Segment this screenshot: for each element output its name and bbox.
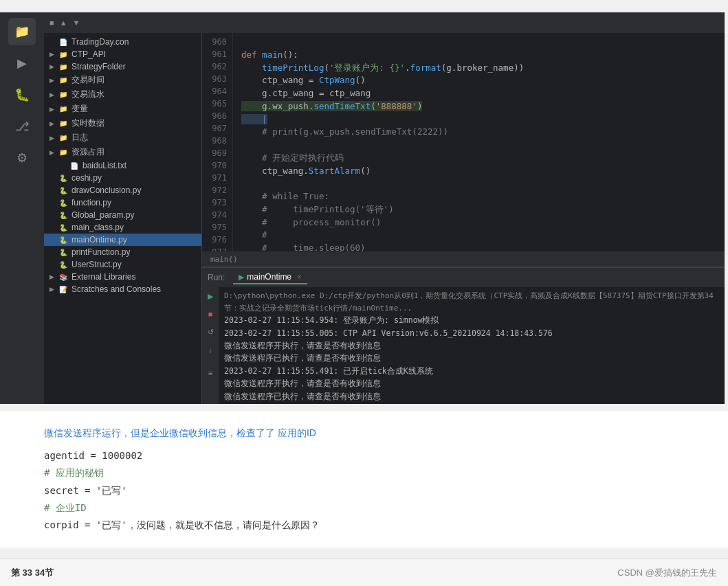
tree-item-external-libs[interactable]: ▶ 📚 External Libraries	[44, 271, 201, 283]
tree-item-function[interactable]: 🐍 function.py	[44, 196, 201, 209]
tree-item-realtime[interactable]: ▶ 📁 实时数据	[44, 116, 201, 131]
tree-item-baidulist[interactable]: 📄 baiduList.txt	[44, 159, 201, 172]
file-tree: 📄 TradingDay.con ▶ 📁 CTP_API ▶ 📁 Strateg…	[44, 33, 202, 404]
tree-item-strategy[interactable]: ▶ 📁 StrategyFolder	[44, 60, 201, 73]
run-output: D:\python\python.exe D:/ctp开发/python从0到1…	[219, 287, 725, 404]
comment-section: 微信发送程序运行，但是企业微信收到信息，检查了了 应用的ID agentid =…	[0, 411, 728, 548]
tree-item-main-class[interactable]: 🐍 main_class.py	[44, 221, 201, 234]
run-output-line-4: 微信发送程序已执行，请查是否有收到信息	[224, 352, 719, 364]
run-rerun-btn[interactable]: ↺	[204, 326, 217, 338]
bottom-credit: CSDN @爱搞钱的王先生	[617, 567, 717, 579]
ide-main: 📄 TradingDay.con ▶ 📁 CTP_API ▶ 📁 Strateg…	[44, 33, 725, 404]
git-icon[interactable]: ⎇	[8, 113, 36, 140]
ide-toolbar: ■ ▲ ▼	[44, 12, 725, 33]
tree-item-variables[interactable]: ▶ 📁 变量	[44, 102, 201, 116]
run-tab-mainontime[interactable]: ▶ mainOntime ×	[233, 271, 307, 284]
run-content: ▶ ■ ↺ ↓ ≡ D:\python\python.exe D:/ctp开发/…	[202, 287, 725, 404]
run-play-btn[interactable]: ▶	[204, 290, 217, 302]
run-sidebar: ▶ ■ ↺ ↓ ≡	[202, 287, 219, 404]
tree-item-tradingday[interactable]: 📄 TradingDay.con	[44, 36, 201, 48]
run-tab-close[interactable]: ×	[297, 272, 302, 282]
tree-item-scratches[interactable]: ▶ 📝 Scratches and Consoles	[44, 283, 201, 295]
run-output-line-7: 微信发送程序已执行，请查是否有收到信息	[224, 390, 719, 403]
bottom-bar: 第 33 34节 CSDN @爱搞钱的王先生	[0, 559, 728, 586]
tree-item-ctp-api[interactable]: ▶ 📁 CTP_API	[44, 48, 201, 60]
tree-item-resource[interactable]: ▶ 📁 资源占用	[44, 145, 201, 159]
comment-corpid: corpid = '已写'，没问题，就是收不信息，请问是什么原因？	[44, 517, 684, 534]
run-scroll-btn[interactable]: ↓	[204, 343, 217, 356]
settings-icon[interactable]: ⚙	[8, 144, 36, 172]
tree-item-drawconclusion[interactable]: 🐍 drawConclusion.py	[44, 184, 201, 196]
tree-item-trading-time[interactable]: ▶ 📁 交易时间	[44, 73, 201, 87]
run-tab-label: mainOntime	[247, 272, 291, 282]
comment-corpid-hint: # 企业ID	[44, 499, 684, 517]
editor-area: 960 961 962 963 964 965 966 967 968 969 …	[202, 33, 725, 404]
line-numbers: 960 961 962 963 964 965 966 967 968 969 …	[202, 33, 233, 251]
tree-item-trading-flow[interactable]: ▶ 📁 交易流水	[44, 87, 201, 102]
run-icon[interactable]: ▶	[8, 49, 36, 77]
tree-item-ceshi[interactable]: 🐍 ceshi.py	[44, 172, 201, 184]
editor-content: 960 961 962 963 964 965 966 967 968 969 …	[202, 33, 725, 251]
comment-secret-hint: # 应用的秘钥	[44, 464, 684, 482]
run-output-line-5: 2023-02-27 11:15:55.491: 已开启tick合成K线系统	[224, 365, 719, 377]
tree-item-global-param[interactable]: 🐍 Global_param.py	[44, 209, 201, 221]
left-sidebar: 📁 ▶ 🐛 ⎇ ⚙	[0, 12, 44, 404]
project-icon[interactable]: 📁	[8, 18, 36, 45]
tree-item-userstruct[interactable]: 🐍 UserStruct.py	[44, 258, 201, 271]
comment-agentid: agentid = 1000002	[44, 447, 684, 464]
code-breadcrumb: main()	[210, 255, 238, 264]
debug-icon[interactable]: 🐛	[8, 81, 36, 109]
tree-item-printfunction[interactable]: 🐍 printFunction.py	[44, 246, 201, 258]
run-output-line-2: 2023-02-27 11:15:55.005: CTP API Version…	[224, 327, 719, 339]
comment-highlight-text: 微信发送程序运行，但是企业微信收到信息，检查了了 应用的ID	[44, 427, 316, 438]
bottom-section-label: 第 33 34节	[11, 567, 54, 579]
editor-footer: main()	[202, 251, 725, 267]
tree-item-log[interactable]: ▶ 📁 日志	[44, 131, 201, 145]
run-output-line-1: 2023-02-27 11:15:54.954: 登录账户为: simnow模拟	[224, 314, 719, 326]
ide-container: ■ ▲ ▼ 📄 TradingDay.con ▶ 📁 CTP_API ▶ 📁 S	[44, 12, 725, 404]
run-output-line-8: 2023-02-27 11:15:55.706: 开始闹钟事件	[224, 403, 719, 404]
run-tabs: Run: ▶ mainOntime ×	[202, 268, 725, 287]
run-panel: Run: ▶ mainOntime × ▶ ■ ↺ ↓ ≡	[202, 267, 725, 404]
comment-secret: secret = '已写'	[44, 482, 684, 499]
run-output-line-6: 微信发送程序开执行，请查是否有收到信息	[224, 377, 719, 390]
comment-body: 微信发送程序运行，但是企业微信收到信息，检查了了 应用的ID agentid =…	[44, 425, 684, 534]
tree-item-mainontime[interactable]: 🐍 mainOntime.py	[44, 234, 201, 246]
run-stop-btn[interactable]: ■	[204, 308, 217, 320]
run-output-line-0: D:\python\python.exe D:/ctp开发/python从0到1…	[224, 290, 719, 314]
run-filter-btn[interactable]: ≡	[204, 367, 217, 379]
run-output-line-3: 微信发送程序开执行，请查是否有收到信息	[224, 339, 719, 352]
code-editor[interactable]: def main(): timePrintLog('登录账户为: {}'.for…	[233, 33, 725, 251]
